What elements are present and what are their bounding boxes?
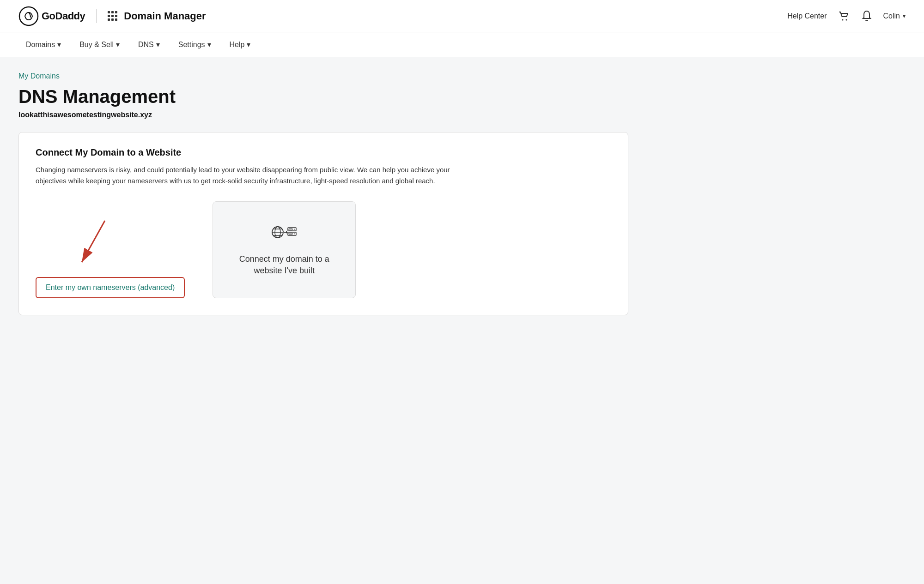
svg-point-2 <box>845 19 847 20</box>
top-bar-right: Help Center Colin ▾ <box>787 10 906 22</box>
nav-buy-sell-chevron: ▾ <box>116 40 120 49</box>
app-grid-icon <box>108 11 117 21</box>
nav-domains-chevron: ▾ <box>57 40 61 49</box>
top-bar: GoDaddy Domain Manager Help Center <box>0 0 924 32</box>
connect-card-label: Connect my domain to a website I've buil… <box>224 253 344 277</box>
nav-buy-sell-label: Buy & Sell <box>79 41 114 49</box>
svg-line-4 <box>82 221 105 262</box>
page-title: DNS Management <box>18 86 906 107</box>
connect-domain-card: Connect My Domain to a Website Changing … <box>18 132 628 315</box>
nav-item-dns[interactable]: DNS ▾ <box>131 32 167 57</box>
svg-point-14 <box>294 229 295 229</box>
help-center-link[interactable]: Help Center <box>787 12 827 20</box>
app-title-area: Domain Manager <box>108 10 206 22</box>
nav-item-buy-sell[interactable]: Buy & Sell ▾ <box>72 32 127 57</box>
card-description: Changing nameservers is risky, and could… <box>36 164 461 187</box>
red-arrow-icon <box>73 216 114 271</box>
app-title: Domain Manager <box>124 10 206 22</box>
globe-server-icon <box>270 223 298 241</box>
nav-domains-label: Domains <box>26 41 55 49</box>
svg-point-1 <box>842 19 843 20</box>
logo-divider <box>96 9 97 23</box>
nameserver-button[interactable]: Enter my own nameservers (advanced) <box>36 277 185 298</box>
svg-rect-17 <box>289 233 292 235</box>
svg-rect-16 <box>289 229 292 230</box>
main-content: My Domains DNS Management lookatthisawes… <box>0 57 924 584</box>
user-name: Colin <box>883 12 900 20</box>
nav-item-settings[interactable]: Settings ▾ <box>171 32 219 57</box>
breadcrumb: My Domains <box>18 72 906 80</box>
card-title: Connect My Domain to a Website <box>36 147 611 158</box>
svg-point-15 <box>294 233 295 234</box>
domain-name: lookatthisawesometestingwebsite.xyz <box>18 111 906 119</box>
notifications-button[interactable] <box>861 10 872 22</box>
nav-item-domains[interactable]: Domains ▾ <box>18 32 68 57</box>
nav-settings-label: Settings <box>178 41 205 49</box>
user-chevron-icon: ▾ <box>903 13 906 19</box>
connect-website-card[interactable]: Connect my domain to a website I've buil… <box>213 201 356 298</box>
nav-dns-chevron: ▾ <box>156 40 160 49</box>
options-area: Enter my own nameservers (advanced) <box>36 201 611 298</box>
nav-item-help[interactable]: Help ▾ <box>222 32 258 57</box>
breadcrumb-link[interactable]: My Domains <box>18 72 60 80</box>
user-menu-button[interactable]: Colin ▾ <box>883 12 906 20</box>
nav-help-chevron: ▾ <box>247 40 250 49</box>
bell-icon <box>861 10 872 22</box>
godaddy-logo-icon <box>18 6 39 26</box>
nav-dns-label: DNS <box>138 41 154 49</box>
top-bar-left: GoDaddy Domain Manager <box>18 6 206 26</box>
connect-icon <box>270 223 298 245</box>
red-arrow-container <box>73 216 114 271</box>
nav-help-label: Help <box>230 41 245 49</box>
logo-text: GoDaddy <box>42 10 85 22</box>
cart-button[interactable] <box>838 10 850 22</box>
nameserver-option: Enter my own nameservers (advanced) <box>36 216 185 298</box>
cart-icon <box>838 10 850 22</box>
godaddy-logo[interactable]: GoDaddy <box>18 6 85 26</box>
secondary-nav: Domains ▾ Buy & Sell ▾ DNS ▾ Settings ▾ … <box>0 32 924 57</box>
nav-settings-chevron: ▾ <box>207 40 211 49</box>
svg-point-0 <box>19 7 38 25</box>
